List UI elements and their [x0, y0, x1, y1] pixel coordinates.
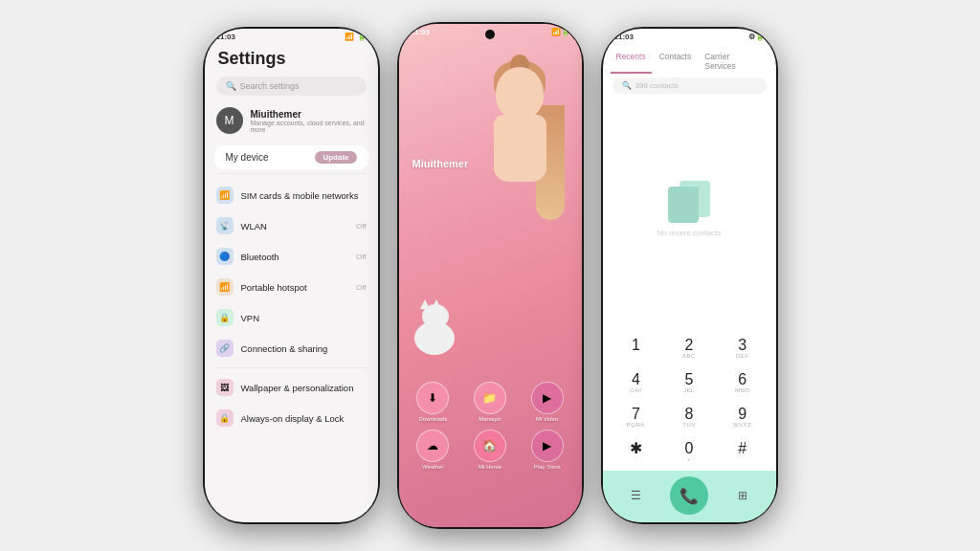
lock-label: Always-on display & Lock	[241, 413, 367, 424]
playstore-label: Play Store	[534, 464, 561, 470]
device-section[interactable]: My device Update	[214, 145, 368, 169]
bluetooth-icon: 🔵	[216, 248, 234, 265]
key-5[interactable]: 5 JKL	[663, 367, 715, 400]
app-grid: ⬇ Downloads 📁 Manager ▶ Mi Video ☁ Weath…	[409, 382, 572, 470]
contacts-count: 398 contacts	[635, 81, 679, 90]
mivideo-label: Mi Video	[536, 416, 558, 422]
search-icon: 🔍	[226, 81, 236, 91]
status-icons-settings: 📶 🔋	[345, 33, 367, 41]
app-manager[interactable]: 📁 Manager	[465, 382, 515, 422]
downloads-label: Downloads	[418, 416, 447, 422]
key-7-sub: PQRS	[627, 422, 645, 430]
hotspot-icon: 📶	[216, 278, 234, 296]
camera-hole	[485, 30, 495, 39]
connection-icon: 🔗	[216, 340, 234, 357]
app-mihome[interactable]: 🏠 Mi Home	[465, 430, 515, 470]
mihome-label: Mi Home	[479, 464, 501, 470]
contacts-search[interactable]: 🔍 398 contacts	[612, 77, 767, 94]
key-hash-main: #	[738, 441, 746, 456]
search-placeholder: Search settings	[240, 81, 300, 91]
call-icon: 📞	[679, 487, 699, 505]
profile-text: Miuithemer Manage accounts, cloud servic…	[251, 109, 367, 133]
girl-head	[496, 67, 544, 120]
key-star-sub: ,	[635, 456, 636, 464]
key-9[interactable]: 9 WXYZ	[717, 402, 768, 434]
key-hash[interactable]: #	[717, 436, 768, 469]
phone-home: 11:03 📶🔋 Miuithemer	[397, 22, 584, 529]
status-icons-dialer: ⚙🔋	[748, 33, 765, 41]
contact-card-front	[668, 187, 699, 223]
manager-label: Manager	[479, 416, 501, 422]
update-button[interactable]: Update	[315, 151, 356, 164]
profile-name: Miuithemer	[251, 109, 367, 120]
divider-1	[216, 173, 367, 174]
wallpaper-icon: 🖼	[216, 379, 234, 396]
settings-item-lock[interactable]: 🔒 Always-on display & Lock	[205, 403, 378, 433]
grid-icon: ⊞	[738, 489, 747, 502]
playstore-icon: ▶	[531, 430, 564, 462]
app-weather[interactable]: ☁ Weather	[409, 430, 458, 470]
wlan-value: Off	[356, 222, 367, 231]
key-0[interactable]: 0 +	[663, 436, 715, 469]
settings-title: Settings	[205, 43, 378, 73]
key-7[interactable]: 7 PQRS	[611, 402, 662, 434]
key-2[interactable]: 2 ABC	[663, 333, 715, 365]
sim-label: SIM cards & mobile networks	[241, 190, 367, 201]
key-8[interactable]: 8 TUV	[663, 402, 715, 434]
key-3[interactable]: 3 DEF	[717, 333, 768, 365]
hotspot-label: Portable hotspot	[241, 282, 348, 293]
wlan-icon: 📡	[216, 217, 234, 234]
tab-carrier[interactable]: Carrier Services	[699, 49, 768, 74]
app-downloads[interactable]: ⬇ Downloads	[409, 382, 458, 422]
key-star[interactable]: ✱ ,	[611, 436, 662, 469]
no-contacts-section: No recent contacts	[603, 96, 776, 331]
settings-item-bluetooth[interactable]: 🔵 Bluetooth Off	[205, 241, 378, 272]
settings-item-hotspot[interactable]: 📶 Portable hotspot Off	[205, 272, 378, 302]
bluetooth-value: Off	[356, 253, 367, 261]
no-recent-text: No recent contacts	[657, 229, 722, 237]
key-star-main: ✱	[630, 441, 642, 456]
downloads-icon: ⬇	[416, 382, 449, 414]
settings-item-vpn[interactable]: 🔒 VPN	[205, 302, 378, 333]
key-4-sub: GHI	[630, 387, 641, 395]
menu-button[interactable]: ☰	[622, 482, 649, 509]
status-icons-home: 📶🔋	[551, 28, 570, 36]
grid-button[interactable]: ⊞	[729, 482, 756, 509]
settings-item-connection[interactable]: 🔗 Connection & sharing	[205, 333, 378, 364]
key-3-main: 3	[738, 338, 746, 353]
key-6-main: 6	[738, 372, 746, 387]
profile-section[interactable]: M Miuithemer Manage accounts, cloud serv…	[205, 99, 378, 142]
key-9-sub: WXYZ	[733, 422, 751, 430]
key-1[interactable]: 1	[611, 333, 662, 365]
app-mivideo[interactable]: ▶ Mi Video	[523, 382, 572, 422]
tab-recents[interactable]: Recents	[611, 49, 652, 74]
search-bar[interactable]: 🔍 Search settings	[216, 77, 367, 96]
search-contacts-icon: 🔍	[622, 81, 632, 90]
bluetooth-label: Bluetooth	[241, 252, 348, 262]
manager-icon: 📁	[474, 382, 506, 414]
connection-label: Connection & sharing	[241, 343, 367, 354]
settings-item-sim[interactable]: 📶 SIM cards & mobile networks	[205, 180, 378, 210]
mihome-icon: 🏠	[474, 430, 506, 462]
wallpaper-label: Wallpaper & personalization	[241, 383, 367, 393]
key-4-main: 4	[632, 372, 640, 387]
key-4[interactable]: 4 GHI	[611, 367, 662, 400]
key-6[interactable]: 6 MNO	[717, 367, 768, 400]
sim-icon: 📶	[216, 187, 234, 204]
settings-list: 📶 SIM cards & mobile networks 📡 WLAN Off…	[205, 180, 378, 433]
girl-body	[494, 115, 546, 182]
key-5-sub: JKL	[683, 387, 695, 395]
call-button[interactable]: 📞	[670, 476, 708, 515]
tab-contacts[interactable]: Contacts	[654, 49, 698, 74]
phone-dialer: 11:03 ⚙🔋 Recents Contacts Carrier Servic…	[601, 27, 778, 524]
mivideo-icon: ▶	[531, 382, 564, 414]
weather-label: Weather	[422, 464, 444, 470]
wlan-label: WLAN	[241, 221, 348, 231]
key-0-main: 0	[685, 441, 694, 456]
phone-settings: 11:03 📶 🔋 Settings 🔍 Search settings M M…	[203, 27, 380, 524]
app-playstore[interactable]: ▶ Play Store	[523, 430, 572, 470]
settings-item-wallpaper[interactable]: 🖼 Wallpaper & personalization	[205, 372, 378, 403]
divider-2	[216, 367, 367, 368]
settings-item-wlan[interactable]: 📡 WLAN Off	[205, 210, 378, 241]
menu-icon: ☰	[631, 489, 641, 502]
